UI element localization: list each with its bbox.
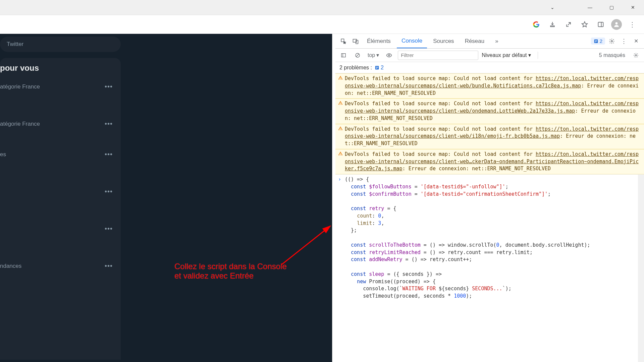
list-item[interactable]: atégorie France •••	[0, 77, 121, 100]
issues-count: 2	[600, 38, 602, 44]
console-warning: DevTools failed to load source map: Coul…	[335, 124, 644, 149]
svg-rect-10	[595, 42, 596, 42]
code-line	[345, 263, 640, 271]
svg-point-16	[388, 54, 390, 56]
devtools-close-icon[interactable]: ✕	[631, 36, 641, 47]
svg-line-15	[356, 54, 359, 57]
svg-point-17	[635, 55, 637, 56]
code-line: const retryLimitReached = () => retry.co…	[345, 249, 640, 256]
console-output[interactable]: DevTools failed to load source map: Coul…	[335, 73, 644, 362]
list-item[interactable]: es •••	[0, 137, 121, 168]
tab-sources[interactable]: Sources	[428, 35, 459, 48]
code-line	[345, 198, 640, 205]
devtools-tabbar: Éléments Console Sources Réseau » 2 ⋮ ✕	[335, 34, 644, 49]
trend-label: atégorie France	[0, 83, 40, 90]
list-item[interactable]: ndances •••	[0, 242, 121, 279]
code-line: const addNewRetry = () => retry.count++;	[345, 256, 640, 263]
svg-rect-12	[341, 53, 345, 57]
code-line: count: 0,	[345, 213, 640, 220]
window-titlebar: ⌄ — ▢ ✕	[0, 0, 644, 15]
console-settings-gear-icon[interactable]	[631, 50, 641, 61]
tab-chevron-icon[interactable]: ⌄	[545, 2, 560, 13]
issues-badge[interactable]: 2	[591, 38, 605, 45]
filter-input[interactable]	[398, 51, 478, 60]
more-icon[interactable]: •••	[103, 83, 115, 90]
svg-rect-9	[595, 41, 597, 41]
svg-rect-8	[595, 40, 597, 41]
list-item[interactable]: •••	[0, 168, 121, 205]
code-line: const $confirmButton = '[data-testid="co…	[345, 191, 640, 198]
svg-rect-21	[376, 68, 377, 68]
console-input-line[interactable]: › (() => { const $followButtons = '[data…	[335, 174, 644, 301]
code-line: setTimeout(proceed, seconds * 1000);	[345, 293, 640, 300]
inspect-element-icon[interactable]	[338, 36, 349, 47]
console-warning: DevTools failed to load source map: Coul…	[335, 149, 644, 174]
google-account-icon[interactable]	[531, 19, 542, 30]
browser-menu-icon[interactable]: ⋮	[627, 19, 638, 30]
splitter-handle[interactable]	[332, 34, 335, 362]
prompt-chevron-icon: ›	[338, 176, 341, 183]
search-input[interactable]: Twitter	[0, 37, 121, 52]
more-icon[interactable]: •••	[103, 262, 115, 270]
context-selector[interactable]: top▾	[366, 52, 380, 58]
tab-network[interactable]: Réseau	[460, 35, 489, 48]
share-icon[interactable]	[563, 19, 574, 30]
window-minimize-button[interactable]: —	[582, 2, 598, 13]
svg-point-11	[611, 40, 613, 42]
for-you-panel: pour vous atégorie France ••• atégorie F…	[0, 58, 121, 360]
devtools-menu-icon[interactable]: ⋮	[619, 36, 629, 47]
tab-console[interactable]: Console	[397, 34, 427, 48]
profile-avatar[interactable]	[611, 19, 622, 30]
devtools-panel: Éléments Console Sources Réseau » 2 ⋮ ✕	[335, 34, 644, 362]
downloads-icon[interactable]	[547, 19, 558, 30]
browser-toolbar: ⋮	[0, 15, 644, 34]
list-item[interactable]: •••	[0, 205, 121, 242]
search-placeholder: Twitter	[7, 41, 23, 48]
live-expression-icon[interactable]	[384, 50, 394, 61]
annotation-text: Collez le script dans la Console et vali…	[174, 262, 287, 281]
svg-line-3	[282, 226, 330, 264]
trend-label: es	[0, 151, 6, 158]
bookmark-star-icon[interactable]	[579, 19, 590, 30]
problems-bar[interactable]: 2 problèmes : 2	[335, 62, 644, 73]
code-line: const scrollToTheBottom = () => window.s…	[345, 242, 640, 249]
code-line: limit: 3,	[345, 220, 640, 227]
svg-rect-0	[598, 22, 603, 26]
window-maximize-button[interactable]: ▢	[604, 2, 619, 13]
console-warning: DevTools failed to load source map: Coul…	[335, 99, 644, 124]
device-toggle-icon[interactable]	[350, 36, 361, 47]
list-item[interactable]: atégorie France •••	[0, 100, 121, 137]
more-icon[interactable]: •••	[103, 188, 115, 195]
code-line: const sleep = ({ seconds }) =>	[345, 271, 640, 278]
problems-label: 2 problèmes :	[339, 65, 372, 71]
hidden-count[interactable]: 5 masqués	[599, 52, 627, 58]
tab-elements[interactable]: Éléments	[362, 35, 395, 48]
problems-badge: 2	[375, 65, 384, 71]
panel-title: pour vous	[0, 63, 121, 77]
code-line	[345, 234, 640, 242]
console-toolbar: top▾ Niveaux par défaut▾ 5 masqués	[335, 49, 644, 62]
code-line: };	[345, 227, 640, 234]
tabs-overflow-icon[interactable]: »	[490, 35, 503, 48]
window-close-button[interactable]: ✕	[625, 2, 641, 13]
clear-console-icon[interactable]	[352, 50, 363, 61]
trend-label: ndances	[0, 263, 21, 269]
settings-gear-icon[interactable]	[606, 36, 617, 47]
svg-point-2	[615, 22, 618, 24]
more-icon[interactable]: •••	[103, 120, 115, 128]
console-sidebar-toggle-icon[interactable]	[338, 50, 349, 61]
trend-label: atégorie France	[0, 121, 40, 127]
svg-rect-19	[376, 67, 378, 67]
more-icon[interactable]: •••	[103, 150, 115, 158]
more-icon[interactable]: •••	[103, 225, 115, 233]
twitter-sidebar: Twitter pour vous atégorie France ••• at…	[0, 34, 332, 362]
code-line: new Promise((proceed) => {	[345, 278, 640, 286]
sidepanel-icon[interactable]	[595, 19, 606, 30]
code-line: const $followButtons = '[data-testid$="-…	[345, 183, 640, 191]
console-warning: DevTools failed to load source map: Coul…	[335, 73, 644, 99]
svg-rect-20	[376, 67, 378, 68]
code-line: (() => {	[345, 176, 640, 183]
code-line: const retry = {	[345, 205, 640, 213]
code-line: console.log(`WAITING FOR ${seconds} SECO…	[345, 285, 640, 293]
log-levels-selector[interactable]: Niveaux par défaut▾	[482, 52, 531, 58]
